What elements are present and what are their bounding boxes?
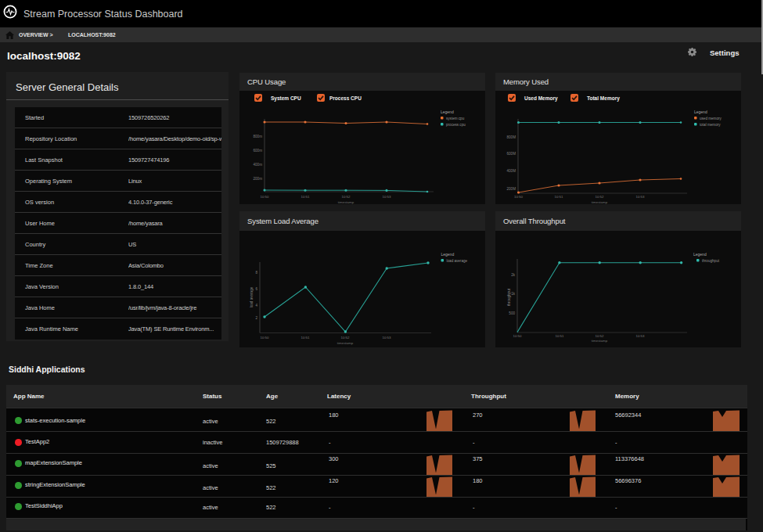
svg-text:1k: 1k (511, 292, 516, 296)
svg-text:10:52: 10:52 (341, 336, 351, 340)
svg-text:10:50: 10:50 (261, 195, 270, 199)
svg-text:10:52: 10:52 (342, 195, 351, 199)
svg-text:800m: 800m (254, 135, 263, 138)
svg-text:200m: 200m (254, 177, 263, 181)
svg-text:10:53: 10:53 (383, 336, 392, 340)
svg-text:Legend: Legend (441, 110, 454, 114)
svg-text:total memory: total memory (700, 123, 721, 127)
svg-text:500: 500 (509, 311, 515, 315)
svg-text:8: 8 (255, 271, 257, 275)
svg-text:10:50: 10:50 (514, 195, 524, 199)
svg-text:timestamp: timestamp (592, 339, 608, 343)
svg-text:throughput: throughput (702, 259, 720, 263)
svg-text:system cpu: system cpu (446, 117, 465, 120)
svg-text:400m: 400m (254, 163, 263, 167)
svg-text:800M: 800M (507, 135, 516, 139)
svg-text:10:50: 10:50 (513, 334, 523, 338)
svg-text:200M: 200M (507, 187, 516, 191)
svg-text:10:52: 10:52 (596, 334, 605, 338)
svg-text:throughput: throughput (507, 288, 511, 306)
svg-text:10:51: 10:51 (556, 334, 565, 338)
svg-text:400M: 400M (507, 169, 516, 173)
svg-text:2: 2 (255, 316, 257, 320)
svg-text:10:52: 10:52 (596, 195, 605, 199)
svg-text:10:53: 10:53 (636, 334, 646, 338)
svg-text:load average: load average (250, 286, 254, 307)
svg-text:timestamp: timestamp (337, 341, 354, 345)
svg-text:timestamp: timestamp (592, 200, 608, 204)
svg-text:Legend: Legend (693, 252, 707, 257)
svg-text:used memory: used memory (700, 117, 722, 120)
svg-text:10:51: 10:51 (301, 195, 311, 199)
svg-text:10:53: 10:53 (636, 195, 646, 199)
svg-text:6: 6 (255, 287, 257, 291)
svg-text:4: 4 (255, 304, 257, 307)
svg-text:600M: 600M (507, 152, 516, 156)
svg-text:Legend: Legend (694, 110, 707, 114)
svg-text:process cpu: process cpu (446, 123, 466, 127)
svg-text:10:53: 10:53 (383, 195, 392, 199)
svg-text:load average: load average (447, 259, 468, 263)
svg-text:600m: 600m (254, 149, 263, 153)
svg-text:timestamp: timestamp (338, 200, 355, 204)
svg-text:10:51: 10:51 (301, 336, 311, 340)
svg-text:10:51: 10:51 (555, 195, 564, 199)
svg-text:2k: 2k (511, 273, 516, 277)
svg-text:Legend: Legend (441, 252, 455, 257)
svg-text:10:50: 10:50 (261, 336, 270, 340)
